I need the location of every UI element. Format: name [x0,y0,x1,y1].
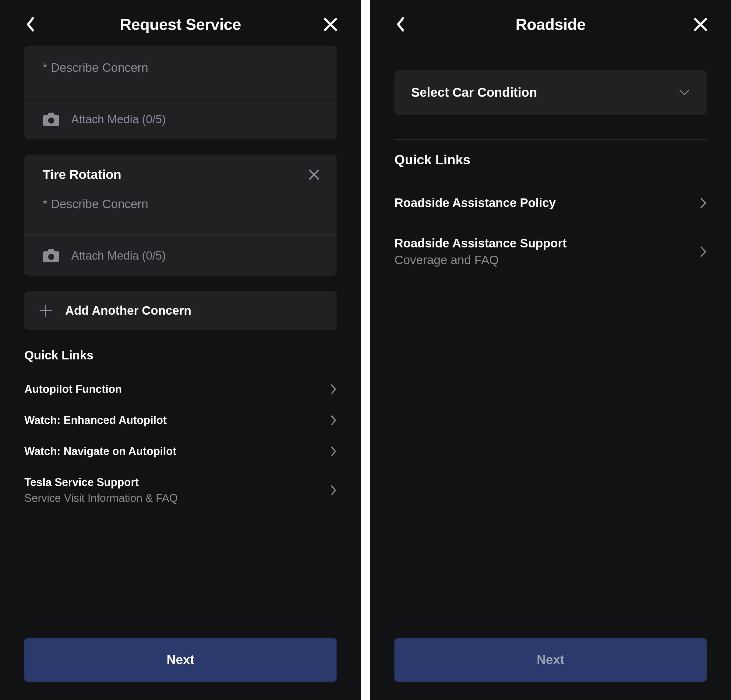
next-button[interactable]: Next [395,638,707,682]
svg-point-1 [48,254,54,260]
content: Select Car Condition Quick Links Roadsid… [370,45,731,626]
content: * Describe Concern Attach Media (0/5) Ti… [0,45,361,626]
quick-links-heading: Quick Links [395,152,707,167]
page-title: Request Service [120,15,241,34]
quick-link-autopilot-function[interactable]: Autopilot Function [24,374,336,405]
header: Request Service [0,0,361,45]
quick-links-heading: Quick Links [24,349,336,362]
link-title: Watch: Enhanced Autopilot [24,414,167,427]
remove-concern-button[interactable] [307,167,321,182]
header: Roadside [370,0,731,45]
select-car-condition-dropdown[interactable]: Select Car Condition [395,70,707,115]
quick-links-list: Roadside Assistance Policy Roadside Assi… [395,183,707,280]
chevron-left-icon [26,17,35,32]
attach-media-row[interactable]: Attach Media (0/5) [24,236,336,276]
link-title: Autopilot Function [24,383,122,395]
chevron-right-icon [330,485,336,495]
attach-media-label: Attach Media (0/5) [71,113,166,126]
describe-concern-input[interactable]: * Describe Concern [24,185,336,236]
back-button[interactable] [21,15,40,34]
link-title: Roadside Assistance Policy [395,196,556,210]
link-subtitle: Service Visit Information & FAQ [24,492,178,505]
plus-icon [39,304,52,318]
request-service-screen: Request Service * Describe Concern Attac… [0,0,361,700]
attach-media-label: Attach Media (0/5) [71,249,166,262]
quick-link-enhanced-autopilot[interactable]: Watch: Enhanced Autopilot [24,405,336,436]
close-icon [309,170,319,180]
quick-link-roadside-support[interactable]: Roadside Assistance Support Coverage and… [395,223,707,280]
page-title: Roadside [515,15,586,34]
chevron-right-icon [330,415,336,425]
link-title: Watch: Navigate on Autopilot [24,445,176,458]
quick-link-roadside-policy[interactable]: Roadside Assistance Policy [395,183,707,223]
concern-card-tire-rotation: Tire Rotation * Describe Concern Attach … [24,155,336,276]
svg-point-0 [48,117,54,124]
chevron-right-icon [330,446,336,457]
footer: Next [0,626,361,700]
select-label: Select Car Condition [411,85,537,100]
divider [395,139,707,140]
back-button[interactable] [391,15,410,34]
quick-link-navigate-autopilot[interactable]: Watch: Navigate on Autopilot [24,436,336,467]
quick-link-tesla-service-support[interactable]: Tesla Service Support Service Visit Info… [24,467,336,514]
next-button[interactable]: Next [24,638,336,682]
roadside-screen: Roadside Select Car Condition Quick Link… [370,0,731,700]
concern-title: Tire Rotation [43,167,121,182]
attach-media-row[interactable]: Attach Media (0/5) [24,99,336,139]
chevron-right-icon [700,246,707,258]
link-title: Tesla Service Support [24,476,178,489]
chevron-right-icon [700,197,707,209]
footer: Next [370,626,731,700]
concern-card-header: Tire Rotation [24,155,336,185]
close-icon [694,18,707,31]
add-another-concern-button[interactable]: Add Another Concern [24,291,336,330]
chevron-down-icon [679,89,690,96]
camera-icon [43,248,60,263]
camera-icon [43,112,60,127]
close-button[interactable] [321,15,340,34]
concern-card: * Describe Concern Attach Media (0/5) [24,45,336,139]
chevron-right-icon [330,384,336,394]
close-icon [324,18,337,31]
add-another-label: Add Another Concern [65,304,191,318]
close-button[interactable] [691,15,710,34]
link-title: Roadside Assistance Support [395,236,567,250]
chevron-left-icon [396,17,405,32]
describe-concern-input[interactable]: * Describe Concern [24,45,336,99]
link-subtitle: Coverage and FAQ [395,253,567,267]
